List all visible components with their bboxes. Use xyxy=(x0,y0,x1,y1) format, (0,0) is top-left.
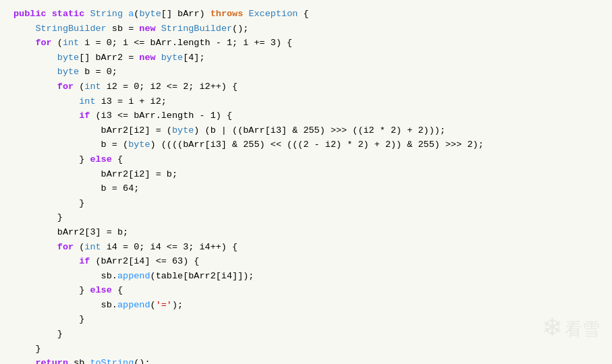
code-line-3: for (int i = 0; i <= bArr.length - 1; i … xyxy=(13,36,599,51)
code-line-7: int i3 = i + i2; xyxy=(13,94,599,109)
code-line-13: b = 64; xyxy=(13,181,599,196)
watermark-icon: ❄ xyxy=(544,307,561,352)
code-line-2: StringBuilder sb = new StringBuilder(); xyxy=(13,22,599,36)
code-line-11: } else { xyxy=(13,152,599,167)
code-line-19: sb.append(table[bArr2[i4]]); xyxy=(13,269,599,284)
code-line-10: b = (byte) ((((bArr[i3] & 255) << (((2 -… xyxy=(13,138,599,152)
code-line-1: public static String a(byte[] bArr) thro… xyxy=(13,7,599,22)
code-line-17: for (int i4 = 0; i4 <= 3; i4++) { xyxy=(13,240,599,255)
code-line-6: for (int i2 = 0; i2 <= 2; i2++) { xyxy=(13,80,599,94)
watermark-text: 看雪 xyxy=(565,315,600,344)
code-line-25: return sb.toString(); xyxy=(13,356,599,364)
watermark: ❄ 看雪 xyxy=(544,307,600,352)
code-line-21: sb.append('='); xyxy=(13,298,599,313)
code-line-20: } else { xyxy=(13,283,599,298)
code-line-15: } xyxy=(13,210,599,225)
code-line-18: if (bArr2[i4] <= 63) { xyxy=(13,254,599,269)
code-line-4: byte[] bArr2 = new byte[4]; xyxy=(13,51,599,65)
code-block: public static String a(byte[] bArr) thro… xyxy=(0,0,612,364)
code-line-22: } xyxy=(13,312,599,327)
code-line-5: byte b = 0; xyxy=(13,65,599,80)
code-line-9: bArr2[i2] = (byte) (b | ((bArr[i3] & 255… xyxy=(13,123,599,138)
code-line-24: } xyxy=(13,342,599,357)
code-line-8: if (i3 <= bArr.length - 1) { xyxy=(13,109,599,123)
code-line-12: bArr2[i2] = b; xyxy=(13,167,599,182)
code-line-16: bArr2[3] = b; xyxy=(13,225,599,240)
code-line-23: } xyxy=(13,327,599,342)
code-line-14: } xyxy=(13,196,599,211)
